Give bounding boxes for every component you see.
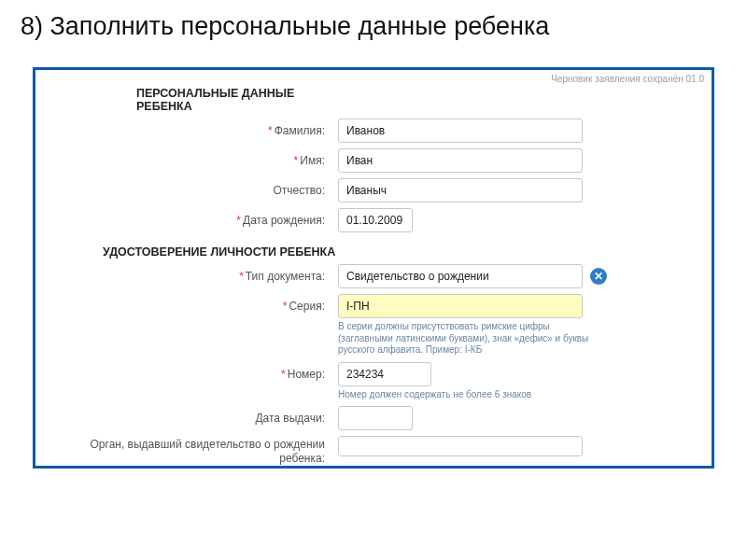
section-identity-header: УДОСТОВЕРЕНИЕ ЛИЧНОСТИ РЕБЕНКА: [103, 245, 335, 259]
label-issued: Дата выдачи:: [49, 406, 338, 425]
form-panel: Черновик заявления сохранён 01.0 ПЕРСОНА…: [33, 67, 714, 469]
section-personal: ПЕРСОНАЛЬНЫЕ ДАННЫЕ РЕБЕНКА: [49, 81, 338, 113]
close-icon: ✕: [594, 270, 603, 283]
doctype-input[interactable]: [338, 264, 583, 288]
required-asterisk: *: [294, 154, 299, 167]
clear-doctype-button[interactable]: ✕: [590, 268, 607, 285]
label-series: *Серия:: [49, 294, 338, 313]
label-birthdate: *Дата рождения:: [49, 208, 338, 227]
required-asterisk: *: [239, 270, 244, 283]
patronymic-input[interactable]: [338, 178, 583, 203]
series-input[interactable]: [338, 294, 583, 318]
required-asterisk: *: [281, 368, 286, 381]
label-number: *Номер:: [49, 362, 338, 381]
required-asterisk: *: [236, 214, 241, 227]
label-patronymic: Отчество:: [49, 178, 338, 197]
slide-title: 8) Заполнить персональные данные ребенка: [0, 0, 747, 41]
number-input[interactable]: [338, 362, 431, 386]
firstname-input[interactable]: [338, 148, 583, 173]
required-asterisk: *: [283, 300, 288, 313]
draft-saved-note: Черновик заявления сохранён 01.0: [551, 74, 704, 84]
number-hint: Номер должен содержать не более 6 знаков: [338, 389, 599, 401]
label-firstname: *Имя:: [49, 148, 338, 167]
section-identity: УДОСТОВЕРЕНИЕ ЛИЧНОСТИ РЕБЕНКА: [49, 240, 338, 259]
issue-date-input[interactable]: [338, 406, 413, 430]
label-lastname: *Фамилия:: [49, 119, 338, 137]
series-hint: В серии должны присутствовать римские ци…: [338, 321, 599, 357]
label-doctype: *Тип документа:: [49, 264, 338, 283]
label-issuer: Орган, выдавший свидетельство о рождении…: [49, 436, 338, 466]
birthdate-input[interactable]: [338, 208, 413, 232]
lastname-input[interactable]: [338, 119, 583, 143]
section-personal-header: ПЕРСОНАЛЬНЫЕ ДАННЫЕ РЕБЕНКА: [136, 87, 294, 113]
issuer-input[interactable]: [338, 436, 583, 456]
required-asterisk: *: [268, 124, 273, 137]
